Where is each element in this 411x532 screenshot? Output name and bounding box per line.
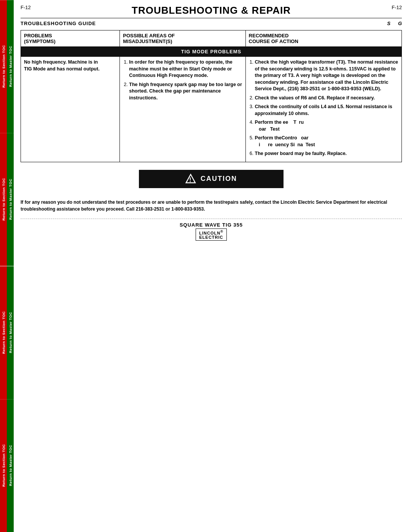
guide-labels: S G [387,21,402,26]
sidebar-section-toc-3[interactable]: Return to Section TOC [0,266,7,399]
problem-cell: No high frequency. Machine is in TIG Mod… [21,57,120,162]
col-header-misadj: POSSIBLE AREAS OF MISADJUSTMENT(S) [120,30,245,47]
caution-body: If for any reason you do not understand … [21,200,387,212]
action-list: Check the high voltage transformer (T3).… [249,59,398,157]
lincoln-electric: ELECTRIC [199,235,223,240]
lincoln-brand: LINCOLN [199,230,220,235]
sidebar-master-toc-1[interactable]: Return to Master TOC [7,0,14,133]
action-item-5: Perform theContro oar i re uency Si na T… [255,135,398,148]
sidebar-master-toc-4[interactable]: Return to Master TOC [7,399,14,532]
page-header: F-12 TROUBLESHOOTING & REPAIR F-12 [21,5,402,16]
sidebar-master-toc-2[interactable]: Return to Master TOC [7,133,14,266]
col-header-action: RECOMMENDED COURSE OF ACTION [245,30,401,47]
guide-g-label: G [398,21,402,26]
action-item-3: Check the continuity of coils L4 and L5.… [255,104,398,117]
action-item-4: Perform the ee T ru oar Test [255,119,398,133]
misadj-cell: In order for the high frequency to opera… [120,57,245,162]
guide-line: TROUBLESHOOTING GUIDE S G [21,21,402,26]
header-divider [21,18,402,18]
guide-s-label: S [387,21,390,26]
section-header-cell: TIG MODE PROBLEMS [21,47,402,57]
action-item-1: Check the high voltage transformer (T3).… [255,59,398,93]
action-item-6: The power board may be faulty. Replace. [255,150,398,157]
sidebar-section-toc-2[interactable]: Return to Section TOC [0,133,7,266]
footer-model: SQUARE WAVE TIG 355 [21,222,402,228]
section-header-row: TIG MODE PROBLEMS [21,47,402,57]
page-footer: SQUARE WAVE TIG 355 LINCOLN® ELECTRIC [21,219,402,241]
sidebar-section-toc-4[interactable]: Return to Section TOC [0,399,7,532]
registered-symbol: ® [220,230,223,233]
caution-label: CAUTION [201,175,237,183]
table-row: No high frequency. Machine is in TIG Mod… [21,57,402,162]
page-code-left: F-12 [21,5,31,10]
caution-text: If for any reason you do not understand … [21,199,402,212]
misadj-item-1: In order for the high frequency to opera… [129,59,242,79]
page-title: TROUBLESHOOTING & REPAIR [31,5,392,16]
lincoln-logo: LINCOLN® ELECTRIC [196,228,227,241]
col-header-problems: PROBLEMS (SYMPTOMS) [21,30,120,47]
caution-triangle-icon: ! [185,174,196,184]
svg-text:!: ! [189,177,192,183]
sidebar-section-toc-1[interactable]: Return to Section TOC [0,0,7,133]
misadj-item-2: The high frequency spark gap may be too … [129,81,242,102]
misadj-list: In order for the high frequency to opera… [123,59,242,101]
troubleshooting-table: PROBLEMS (SYMPTOMS) POSSIBLE AREAS OF MI… [21,30,402,162]
page-code-right: F-12 [392,5,402,10]
sidebar-master-toc-3[interactable]: Return to Master TOC [7,266,14,399]
action-item-2: Check the values of R6 and C6. Replace i… [255,95,398,102]
action-cell: Check the high voltage transformer (T3).… [245,57,401,162]
guide-title: TROUBLESHOOTING GUIDE [21,21,96,26]
caution-box: ! CAUTION [139,170,284,188]
